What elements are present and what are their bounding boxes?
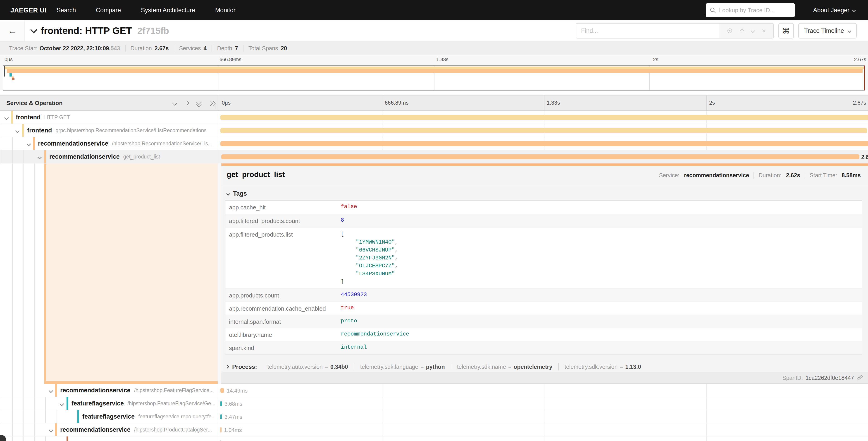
nav-item-monitor[interactable]: Monitor bbox=[205, 7, 246, 14]
tag-key: app.recommendation.cache_enabled bbox=[225, 302, 338, 315]
tag-value: recommendationservice bbox=[338, 328, 862, 341]
span-rows: frontend HTTP GET frontend grpc.hipsters… bbox=[0, 111, 868, 441]
chevron-down-icon[interactable] bbox=[16, 128, 21, 133]
indent-guide bbox=[12, 150, 13, 163]
indent-guide bbox=[12, 384, 13, 396]
detail-stats: Service: recommendationservice Duration:… bbox=[659, 172, 861, 179]
span-operation: /hipstershop.FeatureFlagService/Ge... bbox=[127, 401, 215, 407]
deep-link-icon[interactable] bbox=[857, 375, 863, 381]
service-value: recommendationservice bbox=[684, 172, 749, 179]
back-button[interactable]: ← bbox=[0, 20, 25, 41]
span-color-strip bbox=[44, 150, 46, 163]
header-tick: 2s bbox=[709, 99, 715, 106]
span-bar[interactable] bbox=[220, 141, 868, 146]
span-duration-label: 1.04ms bbox=[224, 427, 242, 433]
trace-view-label: Trace Timeline bbox=[804, 27, 844, 34]
indent-guide bbox=[23, 164, 24, 384]
chevron-down-icon[interactable] bbox=[38, 155, 43, 159]
span-row-productcatalog-parent[interactable]: recommendationservice /hipstershop.Produ… bbox=[0, 423, 868, 437]
service-operation-header: Service & Operation bbox=[6, 99, 63, 107]
tree-controls bbox=[171, 100, 215, 106]
indent-guide bbox=[1, 164, 1, 384]
column-resize-grip[interactable] bbox=[213, 103, 215, 109]
indent-guide bbox=[23, 410, 24, 423]
span-row-featureflagservice-repo-query[interactable]: featureflagservice featureflagservice.re… bbox=[0, 410, 868, 423]
collapse-one-icon[interactable] bbox=[171, 100, 178, 106]
expand-one-icon[interactable] bbox=[183, 100, 190, 106]
total-spans-label: Total Spans bbox=[248, 45, 278, 52]
indent-guide bbox=[23, 150, 24, 163]
trace-start-value: October 22 2022, 22:10:09.543 bbox=[40, 45, 120, 52]
span-bar[interactable] bbox=[220, 401, 222, 406]
indent-guide bbox=[34, 164, 35, 384]
tag-row: app.filtered_products.count 8 bbox=[225, 214, 862, 227]
span-detail-row: get_product_list Service: recommendation… bbox=[0, 164, 868, 384]
span-name: frontend HTTP GET bbox=[16, 111, 70, 124]
span-id-label: SpanID: bbox=[782, 375, 803, 381]
trace-id-short: 2f715fb bbox=[137, 26, 169, 36]
focus-match-icon[interactable] bbox=[726, 28, 733, 34]
process-accordion[interactable]: Process: telemetry.auto.version=0.34b0 t… bbox=[226, 363, 868, 371]
tag-value: false bbox=[338, 201, 862, 214]
indent-guide bbox=[1, 150, 1, 163]
duration-value: 2.62s bbox=[786, 172, 800, 179]
span-row-partial[interactable] bbox=[0, 437, 868, 441]
summary-total-spans: Total Spans 20 bbox=[243, 45, 292, 52]
tag-value: proto bbox=[338, 315, 862, 328]
tags-accordion-toggle[interactable]: Tags bbox=[227, 190, 868, 197]
app-brand: JAEGER UI bbox=[10, 6, 46, 14]
summary-depth: Depth 7 bbox=[212, 45, 243, 52]
keyboard-shortcuts-button[interactable]: ⌘ bbox=[778, 23, 794, 38]
duration-value: 2.67s bbox=[155, 45, 169, 52]
span-bar[interactable] bbox=[220, 428, 221, 432]
chevron-down-icon[interactable] bbox=[5, 115, 10, 120]
nav-item-system-architecture[interactable]: System Architecture bbox=[131, 7, 205, 14]
span-bar[interactable] bbox=[220, 115, 868, 120]
trace-id-lookup-input[interactable] bbox=[719, 7, 791, 14]
span-bar[interactable] bbox=[220, 128, 867, 133]
next-match-button[interactable] bbox=[751, 29, 754, 32]
span-bar[interactable] bbox=[220, 414, 222, 419]
span-row-frontend-listrecommendations[interactable]: frontend grpc.hipstershop.Recommendation… bbox=[0, 124, 868, 137]
quarter-gridline bbox=[707, 95, 707, 111]
find-input[interactable] bbox=[576, 24, 719, 38]
span-operation: HTTP GET bbox=[44, 114, 70, 120]
trace-view-selector[interactable]: Trace Timeline bbox=[798, 23, 857, 38]
minimap-left-handle[interactable] bbox=[4, 66, 5, 77]
span-service: featureflagservice bbox=[71, 400, 124, 407]
collapse-trace-chevron-icon[interactable] bbox=[30, 26, 37, 33]
nav-item-compare[interactable]: Compare bbox=[86, 7, 131, 14]
span-row-get-product-list[interactable]: recommendationservice get_product_list 2… bbox=[0, 150, 868, 164]
subtree-highlight bbox=[46, 164, 218, 381]
span-bar[interactable] bbox=[221, 154, 859, 159]
nav-item-search[interactable]: Search bbox=[46, 7, 86, 14]
service-label: Service: bbox=[659, 172, 679, 179]
span-bar[interactable] bbox=[220, 388, 224, 393]
span-row-frontend-http-get[interactable]: frontend HTTP GET bbox=[0, 111, 868, 124]
indent-guide bbox=[12, 397, 13, 410]
minimap-right-handle[interactable] bbox=[864, 66, 865, 90]
chevron-down-icon[interactable] bbox=[49, 428, 55, 432]
chevron-down-icon[interactable] bbox=[60, 402, 66, 406]
summary-trace-start: Trace Start October 22 2022, 22:10:09.54… bbox=[4, 45, 125, 52]
ruler-tick: 666.89ms bbox=[219, 57, 242, 62]
trace-minimap[interactable] bbox=[3, 65, 865, 91]
span-color-strip bbox=[55, 384, 57, 396]
prev-match-button[interactable] bbox=[741, 29, 744, 32]
span-row-featureflag-parent[interactable]: recommendationservice /hipstershop.Featu… bbox=[0, 384, 868, 397]
tag-row: app.filtered_products.list [ "1YMWWN1N4O… bbox=[225, 227, 862, 288]
span-operation: /hipstershop.ProductCatalogSer... bbox=[134, 427, 212, 433]
selected-span-color-band bbox=[44, 381, 218, 384]
about-jaeger-menu[interactable]: About Jaeger bbox=[813, 7, 855, 14]
indent-guide bbox=[34, 384, 35, 396]
minimap-span-bar bbox=[9, 74, 12, 77]
chevron-down-icon[interactable] bbox=[27, 142, 33, 146]
clear-find-button[interactable]: × bbox=[762, 27, 766, 35]
span-row-featureflagservice-getflag[interactable]: featureflagservice /hipstershop.FeatureF… bbox=[0, 397, 868, 410]
search-icon bbox=[710, 7, 716, 13]
span-row-recommendationservice-listrecommendations[interactable]: recommendationservice /hipstershop.Recom… bbox=[0, 137, 868, 150]
chevron-down-icon[interactable] bbox=[49, 388, 55, 393]
collapse-all-icon[interactable] bbox=[195, 100, 203, 106]
indent-guide bbox=[12, 423, 13, 436]
tag-value: true bbox=[338, 302, 862, 315]
